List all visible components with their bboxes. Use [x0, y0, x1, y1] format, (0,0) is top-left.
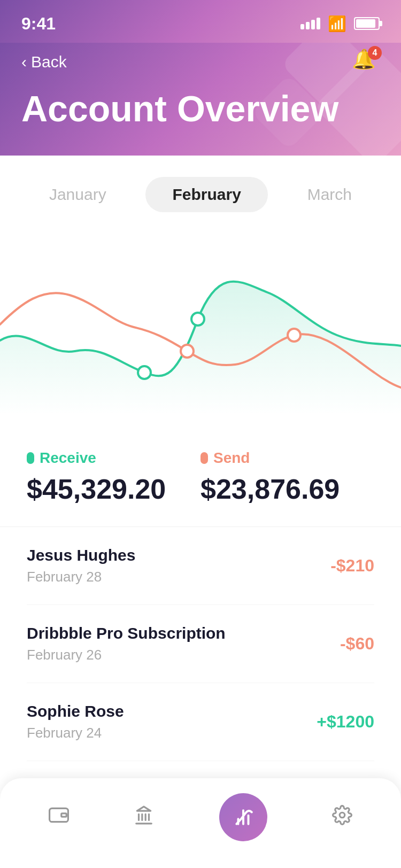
tab-march[interactable]: March: [281, 177, 379, 212]
table-row[interactable]: Jesus Hughes February 28 -$210: [27, 527, 374, 605]
receive-stat: Receive $45,329.20: [27, 449, 200, 505]
bank-icon: [134, 805, 154, 830]
send-label-text: Send: [213, 449, 250, 467]
transaction-date: February 28: [27, 569, 135, 585]
transaction-info: Sophie Rose February 24: [27, 702, 124, 741]
send-dot-2: [288, 329, 300, 342]
receive-dot-indicator: [27, 452, 34, 464]
svg-point-11: [340, 812, 345, 818]
header: ‹ Back 🔔 4 Account Overview: [0, 43, 401, 156]
back-label: Back: [31, 53, 67, 71]
receive-dot-1: [138, 366, 151, 379]
receive-amount: $45,329.20: [27, 473, 200, 505]
transaction-amount: -$210: [330, 556, 374, 576]
receive-dot-2: [191, 313, 204, 326]
page-title: Account Overview: [21, 89, 380, 129]
nav-settings[interactable]: [332, 805, 352, 830]
status-icons: 📶: [300, 15, 380, 33]
table-row[interactable]: Sophie Rose February 24 +$1200: [27, 683, 374, 761]
nav-wallet[interactable]: [49, 805, 69, 830]
month-tabs: January February March: [0, 156, 401, 223]
table-row[interactable]: Dribbble Pro Subscription February 26 -$…: [27, 605, 374, 683]
back-chevron-icon: ‹: [21, 53, 27, 71]
svg-rect-0: [49, 808, 68, 821]
tab-february[interactable]: February: [145, 177, 267, 212]
nav-bank[interactable]: [134, 805, 154, 830]
battery-icon: [354, 17, 380, 30]
svg-marker-7: [137, 807, 151, 811]
signal-bars-icon: [300, 18, 320, 29]
notification-button[interactable]: 🔔 4: [352, 48, 380, 76]
transactions-list: Jesus Hughes February 28 -$210 Dribbble …: [0, 527, 401, 761]
transaction-name: Dribbble Pro Subscription: [27, 624, 226, 642]
notification-badge: 4: [368, 46, 382, 60]
transaction-date: February 26: [27, 647, 226, 663]
transaction-info: Dribbble Pro Subscription February 26: [27, 624, 226, 663]
nav-chart[interactable]: [219, 793, 267, 841]
settings-icon: [332, 805, 352, 830]
wallet-icon: [49, 805, 69, 830]
svg-rect-1: [61, 813, 67, 816]
transaction-info: Jesus Hughes February 28: [27, 546, 135, 585]
bottom-nav: [0, 778, 401, 868]
line-chart: [0, 234, 401, 415]
chart-nav-active: [219, 793, 267, 841]
transaction-amount: +$1200: [317, 712, 374, 732]
receive-label: Receive: [27, 449, 200, 467]
wifi-icon: 📶: [328, 15, 346, 33]
send-dot-1: [181, 345, 194, 358]
chart-container: [0, 223, 401, 433]
send-stat: Send $23,876.69: [200, 449, 374, 505]
send-dot-indicator: [200, 452, 208, 464]
status-time: 9:41: [21, 14, 56, 34]
receive-label-text: Receive: [40, 449, 96, 467]
transaction-date: February 24: [27, 725, 124, 741]
tab-january[interactable]: January: [22, 177, 133, 212]
send-amount: $23,876.69: [200, 473, 374, 505]
transaction-name: Sophie Rose: [27, 702, 124, 720]
send-label: Send: [200, 449, 374, 467]
transaction-amount: -$60: [340, 634, 374, 654]
back-button[interactable]: ‹ Back: [21, 53, 67, 71]
status-bar: 9:41 📶: [0, 0, 401, 43]
stats-container: Receive $45,329.20 Send $23,876.69: [0, 433, 401, 527]
transaction-name: Jesus Hughes: [27, 546, 135, 564]
